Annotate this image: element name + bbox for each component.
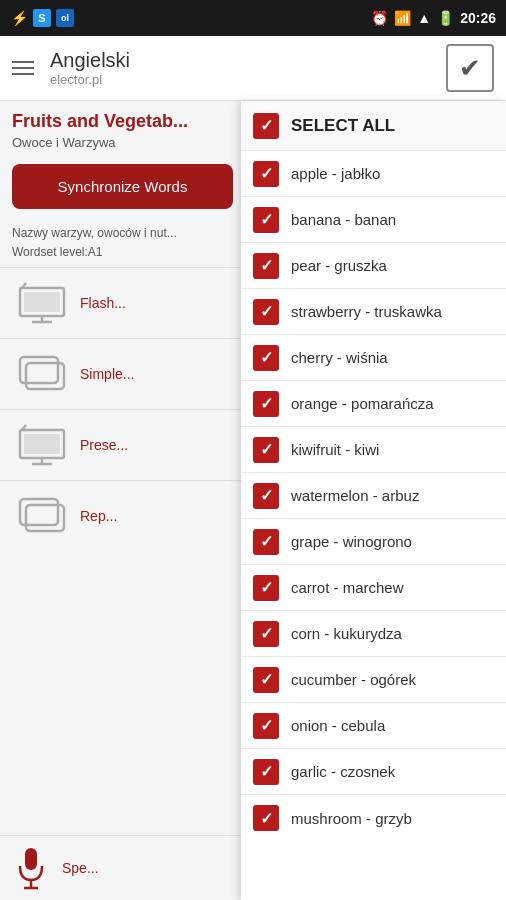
flashcard-icon <box>12 278 72 328</box>
status-bar: ⚡ S ol ⏰ 📶 ▲ 🔋 20:26 <box>0 0 506 36</box>
confirm-button[interactable]: ✔ <box>446 44 494 92</box>
dropdown-item[interactable]: corn - kukurydza <box>241 611 506 657</box>
activity-list: Flash... Simple... <box>0 267 245 551</box>
select-all-checkbox[interactable] <box>253 113 279 139</box>
item-label-3: strawberry - truskawka <box>291 303 442 320</box>
dropdown-item[interactable]: onion - cebula <box>241 703 506 749</box>
dropdown-item[interactable]: pear - gruszka <box>241 243 506 289</box>
bottom-bar: Spe... <box>0 835 245 900</box>
item-label-5: orange - pomarańcza <box>291 395 434 412</box>
dropdown-item[interactable]: grape - winogrono <box>241 519 506 565</box>
wordset-description: Nazwy warzyw, owoców i nut... <box>0 217 245 244</box>
dropdown-item[interactable]: strawberry - truskawka <box>241 289 506 335</box>
status-icons-right: ⏰ 📶 ▲ 🔋 20:26 <box>371 10 496 26</box>
dropdown-item[interactable]: watermelon - arbuz <box>241 473 506 519</box>
item-checkbox-0[interactable] <box>253 161 279 187</box>
outlook-icon: ol <box>56 9 74 27</box>
dropdown-item[interactable]: carrot - marchew <box>241 565 506 611</box>
item-checkbox-1[interactable] <box>253 207 279 233</box>
usb-icon: ⚡ <box>10 9 28 27</box>
item-label-4: cherry - wiśnia <box>291 349 388 366</box>
chat-icon-1 <box>12 349 72 399</box>
signal-icon: ▲ <box>417 10 431 26</box>
dropdown-item[interactable]: orange - pomarańcza <box>241 381 506 427</box>
activity-label-flash: Flash... <box>80 295 126 311</box>
item-checkbox-7[interactable] <box>253 483 279 509</box>
wordset-subtitle: Owoce i Warzywa <box>12 135 233 150</box>
item-checkbox-6[interactable] <box>253 437 279 463</box>
skype-icon: S <box>33 9 51 27</box>
menu-line-3 <box>12 73 34 75</box>
item-list: apple - jabłkobanana - bananpear - grusz… <box>241 151 506 841</box>
wifi-icon: 📶 <box>394 10 411 26</box>
mic-icon <box>12 844 50 892</box>
app-title-block: Angielski elector.pl <box>50 49 130 87</box>
item-checkbox-5[interactable] <box>253 391 279 417</box>
item-label-9: carrot - marchew <box>291 579 404 596</box>
item-label-12: onion - cebula <box>291 717 385 734</box>
speak-label: Spe... <box>62 860 99 876</box>
item-label-6: kiwifruit - kiwi <box>291 441 379 458</box>
item-checkbox-3[interactable] <box>253 299 279 325</box>
item-label-0: apple - jabłko <box>291 165 380 182</box>
activity-label-simple: Simple... <box>80 366 134 382</box>
activity-presentation[interactable]: Prese... <box>0 409 245 480</box>
item-checkbox-14[interactable] <box>253 805 279 831</box>
main-content: Fruits and Vegetab... Owoce i Warzywa Sy… <box>0 101 506 900</box>
chat-svg-2 <box>16 493 68 539</box>
item-checkbox-12[interactable] <box>253 713 279 739</box>
dropdown-item[interactable]: mushroom - grzyb <box>241 795 506 841</box>
select-all-row[interactable]: SELECT ALL <box>241 101 506 151</box>
wordset-title: Fruits and Vegetab... <box>12 111 233 133</box>
projector-icon-2 <box>12 420 72 470</box>
dropdown-item[interactable]: kiwifruit - kiwi <box>241 427 506 473</box>
item-checkbox-4[interactable] <box>253 345 279 371</box>
dropdown-item[interactable]: garlic - czosnek <box>241 749 506 795</box>
item-label-2: pear - gruszka <box>291 257 387 274</box>
item-checkbox-2[interactable] <box>253 253 279 279</box>
battery-icon: 🔋 <box>437 10 454 26</box>
dropdown-item[interactable]: cucumber - ogórek <box>241 657 506 703</box>
item-checkbox-11[interactable] <box>253 667 279 693</box>
activity-repeat[interactable]: Rep... <box>0 480 245 551</box>
item-label-11: cucumber - ogórek <box>291 671 416 688</box>
hamburger-menu[interactable] <box>12 61 34 75</box>
item-label-8: grape - winogrono <box>291 533 412 550</box>
checkmark-icon: ✔ <box>459 53 481 84</box>
item-label-7: watermelon - arbuz <box>291 487 419 504</box>
activity-label-prese: Prese... <box>80 437 128 453</box>
chat-icon-2 <box>12 491 72 541</box>
status-icons-left: ⚡ S ol <box>10 9 74 27</box>
time-display: 20:26 <box>460 10 496 26</box>
chat-svg-1 <box>16 351 68 397</box>
svg-rect-1 <box>24 292 60 312</box>
activity-label-rep: Rep... <box>80 508 117 524</box>
activity-simple[interactable]: Simple... <box>0 338 245 409</box>
dropdown-panel: SELECT ALL apple - jabłkobanana - bananp… <box>241 101 506 900</box>
item-checkbox-8[interactable] <box>253 529 279 555</box>
app-title: Angielski <box>50 49 130 72</box>
item-label-10: corn - kukurydza <box>291 625 402 642</box>
app-bar: Angielski elector.pl ✔ <box>0 36 506 101</box>
svg-rect-14 <box>25 848 37 870</box>
left-panel: Fruits and Vegetab... Owoce i Warzywa Sy… <box>0 101 245 900</box>
item-checkbox-9[interactable] <box>253 575 279 601</box>
item-label-13: garlic - czosnek <box>291 763 395 780</box>
item-checkbox-10[interactable] <box>253 621 279 647</box>
alarm-icon: ⏰ <box>371 10 388 26</box>
menu-line-1 <box>12 61 34 63</box>
dropdown-item[interactable]: apple - jabłko <box>241 151 506 197</box>
dropdown-item[interactable]: cherry - wiśnia <box>241 335 506 381</box>
dropdown-item[interactable]: banana - banan <box>241 197 506 243</box>
sync-button[interactable]: Synchronize Words <box>12 164 233 209</box>
item-checkbox-13[interactable] <box>253 759 279 785</box>
projector-svg-2 <box>16 422 68 468</box>
menu-line-2 <box>12 67 34 69</box>
item-label-14: mushroom - grzyb <box>291 810 412 827</box>
projector-svg-1 <box>16 280 68 326</box>
activity-flashcards[interactable]: Flash... <box>0 267 245 338</box>
item-label-1: banana - banan <box>291 211 396 228</box>
select-all-label: SELECT ALL <box>291 116 395 136</box>
app-subtitle: elector.pl <box>50 72 130 87</box>
wordset-level: Wordset level:A1 <box>0 243 245 267</box>
